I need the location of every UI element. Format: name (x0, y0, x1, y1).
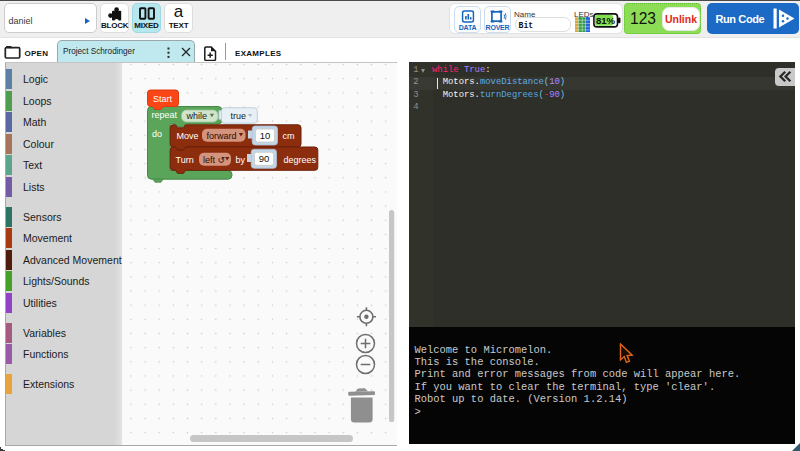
svg-text:left ↺: left ↺ (203, 155, 225, 165)
svg-text:degrees: degrees (284, 155, 317, 165)
svg-text:cm: cm (283, 131, 295, 141)
svg-text:Move: Move (177, 131, 199, 141)
svg-text:do: do (152, 129, 162, 139)
svg-text:by: by (236, 155, 246, 165)
svg-text:90: 90 (259, 153, 270, 164)
svg-text:Start: Start (153, 94, 173, 104)
svg-text:while: while (186, 111, 208, 121)
svg-text:81%: 81% (596, 15, 616, 26)
svg-text:forward: forward (207, 131, 237, 141)
svg-text:Turn: Turn (176, 155, 194, 165)
svg-text:true: true (231, 111, 247, 121)
svg-text:repeat: repeat (152, 110, 178, 120)
svg-text:10: 10 (260, 130, 271, 141)
